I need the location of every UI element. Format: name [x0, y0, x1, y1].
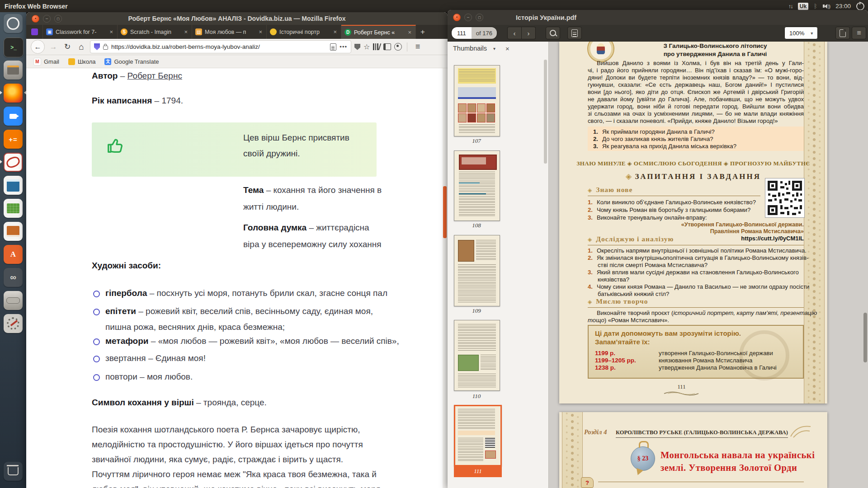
think-line-1: Виконайте творчий проєкт (історичний пор…	[588, 310, 817, 316]
software-center-icon[interactable]: A	[4, 245, 23, 264]
sidebar-toggle-icon[interactable]	[383, 43, 391, 50]
reader-mode-icon[interactable]	[330, 43, 336, 51]
close-button[interactable]: •	[32, 15, 39, 23]
page-actions-icon[interactable]: •••	[340, 43, 347, 50]
chevron-down-icon[interactable]: ▾	[493, 46, 495, 51]
page-ornament-border	[562, 412, 583, 488]
ubuntu-dash-icon[interactable]	[4, 14, 23, 33]
close-sidebar-icon[interactable]: ×	[505, 45, 509, 52]
tab-classwork[interactable]: ▣ Classwork for 7- ×	[43, 25, 118, 39]
thumbnail-page-110[interactable]	[454, 320, 500, 391]
minimize-button[interactable]: –	[464, 14, 472, 21]
minimize-button[interactable]: –	[43, 15, 51, 23]
writer-icon[interactable]	[4, 176, 23, 195]
back-button[interactable]: ←	[31, 40, 45, 54]
bluetooth-icon[interactable]: ᛒ	[814, 3, 817, 9]
drawing-app-icon[interactable]	[4, 153, 23, 172]
firefox-titlebar[interactable]: • – ▢ Роберт Бернс «Моя Любов» АНАЛІЗ - …	[26, 12, 448, 25]
firefox-icon[interactable]	[4, 84, 23, 103]
pdf-menu-button[interactable]: ≡	[852, 27, 866, 39]
annotations-button[interactable]	[567, 27, 582, 39]
idea-line-2: віра у всепереможну силу хохання	[243, 239, 382, 249]
zoom-level-dropdown[interactable]: 100% ▾	[784, 27, 818, 39]
impress-icon[interactable]	[4, 222, 23, 241]
thumbnail-page-107[interactable]	[454, 65, 500, 136]
scrollbar-thumb[interactable]	[443, 186, 447, 238]
file-cabinet-icon[interactable]	[4, 61, 23, 80]
thumbnails-title[interactable]: Thumbnails	[453, 45, 487, 52]
page-scrollbar[interactable]	[443, 68, 448, 488]
tab-robert-berns-active[interactable]: D Роберт Бернс « ×	[341, 25, 416, 39]
tab-close-icon[interactable]: ×	[332, 28, 338, 35]
hamburger-menu-icon[interactable]: ≡	[412, 42, 423, 52]
lesson-title-1: Монгольська навала на українські	[660, 450, 815, 460]
year-line: Рік написання – 1794.	[92, 96, 183, 106]
pdf-viewer-window: • – ▢ Історія України.pdf 111 of 176 ‹ ›…	[448, 10, 868, 488]
emblem-app-icon[interactable]: ∞	[4, 268, 23, 287]
thumbnail-page-111-selected[interactable]: 111	[454, 405, 502, 466]
pdf-titlebar[interactable]: • – ▢ Історія України.pdf	[448, 10, 868, 25]
diamond-icon: ◈	[588, 187, 592, 193]
author-line: Автор – Роберт Бернс	[92, 71, 182, 81]
thumbnails-scrollbar[interactable]	[544, 60, 547, 164]
chronicle-line: вони [до нього], яко діти до отця. Єписк…	[588, 89, 804, 96]
list-bullet	[93, 338, 100, 345]
bookmark-google-translate[interactable]: 文 Google Translate	[104, 58, 159, 65]
tab-close-icon[interactable]: ×	[258, 28, 263, 35]
tab-moya-lyubov[interactable]: ▤ Моя любов — п ×	[192, 25, 267, 39]
tracking-protection-shield-icon[interactable]	[94, 43, 100, 50]
focused-app-title[interactable]: Firefox Web Browser	[5, 3, 68, 10]
tab-istorychni-portrety[interactable]: Історичні портр ×	[267, 25, 341, 39]
bookmark-shkola[interactable]: Школа	[68, 58, 96, 65]
bookmark-gmail[interactable]: M Gmail	[33, 58, 59, 66]
pocket-icon[interactable]	[354, 44, 360, 50]
search-button[interactable]	[546, 27, 560, 39]
forward-button[interactable]: →	[48, 42, 59, 52]
power-menu-icon[interactable]	[856, 2, 864, 10]
reload-button[interactable]: ↻	[62, 42, 73, 52]
home-button[interactable]: ⌂	[76, 42, 87, 52]
tab-close-icon[interactable]: ×	[183, 28, 189, 35]
think-line-2: тощо) «Роман Мстиславич».	[588, 317, 669, 324]
network-arrows-icon[interactable]: ↑↓	[788, 3, 793, 9]
maximize-button[interactable]: ▢	[54, 15, 62, 23]
calculator-icon[interactable]: +=	[4, 130, 23, 149]
chronicle-line: Вийшов Данило з воями із Холма, і був ві…	[588, 60, 804, 67]
calc-icon[interactable]	[4, 199, 23, 218]
url-text[interactable]: https://dovidka.biz.ua/robert-berns-moya…	[111, 43, 327, 50]
tab-scratch[interactable]: S Scratch - Imagin ×	[118, 25, 192, 39]
pdf-main-view[interactable]: З Галицько-Волинського літопису про утве…	[549, 42, 868, 488]
keyboard-layout-indicator[interactable]: Uk	[798, 3, 808, 10]
devices-heading: Художні засоби:	[92, 261, 161, 271]
account-icon[interactable]	[394, 43, 402, 51]
new-tab-button[interactable]: +	[416, 25, 429, 39]
next-page-button[interactable]: ›	[522, 27, 536, 39]
trash-icon[interactable]	[4, 462, 23, 481]
terminal-icon[interactable]: >_	[4, 38, 24, 57]
thumbnail-page-109[interactable]	[454, 235, 500, 306]
bookmark-star-icon[interactable]: ☆	[363, 42, 370, 51]
author-link[interactable]: Роберт Бернс	[127, 71, 182, 80]
chronicle-line: гукнувши, сказали: «Се єсть державець на…	[588, 81, 804, 89]
volume-icon[interactable]: ))	[823, 4, 830, 9]
page-number-control[interactable]: 111 of 176	[451, 27, 497, 39]
thumbnail-page-108[interactable]	[454, 150, 500, 221]
chronicle-line: удержати город, вони ніби й готові перед…	[588, 103, 804, 110]
page-number-input[interactable]: 111	[452, 27, 472, 39]
tab-close-icon[interactable]: ×	[407, 29, 412, 36]
pdf-scrollbar-thumb[interactable]	[863, 313, 867, 362]
clock[interactable]: 23:00	[835, 3, 851, 9]
url-bar[interactable]: https://dovidka.biz.ua/robert-berns-moya…	[90, 40, 351, 53]
maximize-button[interactable]: ▢	[476, 14, 483, 21]
explore-item-wrap: батьківський княжий стіл?	[598, 291, 669, 297]
pinned-tab[interactable]	[26, 25, 43, 39]
close-button[interactable]: •	[453, 14, 461, 21]
document-properties-button[interactable]	[835, 27, 850, 39]
disks-icon[interactable]	[4, 291, 23, 310]
previous-page-button[interactable]: ‹	[507, 27, 522, 39]
zoom-app-icon[interactable]	[4, 107, 23, 126]
library-icon[interactable]	[373, 43, 380, 50]
system-tools-icon[interactable]	[4, 314, 23, 333]
tab-close-icon[interactable]: ×	[108, 28, 114, 35]
seal-ribbon	[639, 441, 649, 448]
